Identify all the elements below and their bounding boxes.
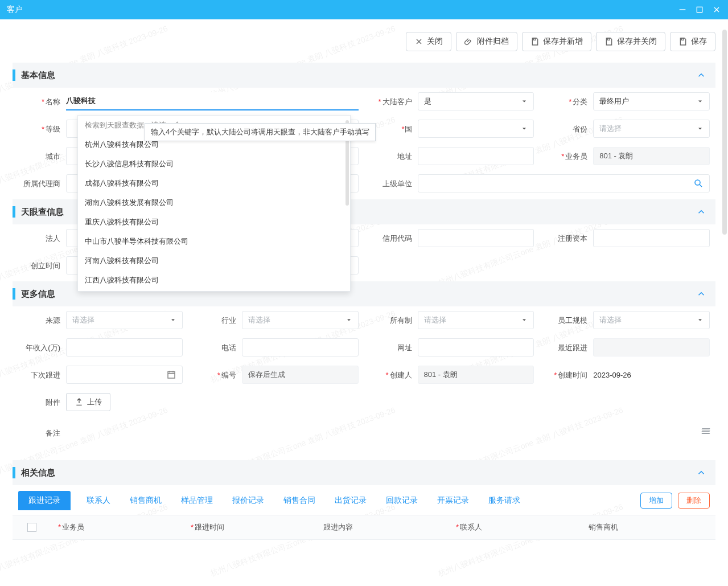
label-sales: 业务员: [540, 142, 593, 170]
th-sales: 业务员: [52, 522, 185, 532]
label-phone: 电话: [188, 334, 242, 361]
nextfollow-input[interactable]: [66, 366, 183, 384]
minimize-icon[interactable]: [678, 5, 687, 14]
chevron-up-icon[interactable]: [696, 70, 706, 80]
tab-opportunity[interactable]: 销售商机: [126, 491, 165, 510]
label-category: 分类: [540, 88, 593, 115]
label-city: 城市: [13, 142, 66, 170]
archive-label: 附件归档: [477, 36, 509, 47]
label-nextfollow: 下次跟进: [13, 361, 66, 388]
label-agent: 所属代理商: [13, 170, 66, 197]
save-new-button[interactable]: 保存并新增: [522, 32, 591, 51]
caret-down-icon: [697, 317, 704, 323]
label-createtime: 创建时间: [540, 361, 593, 388]
label-credit: 信用代码: [364, 224, 418, 252]
caret-down-icon: [697, 125, 704, 132]
section-related-header[interactable]: 相关信息: [13, 460, 715, 485]
label-founded: 创立时间: [13, 252, 66, 279]
maximize-icon[interactable]: [695, 5, 704, 14]
autocomplete-item[interactable]: 长沙八骏信息科技有限公司: [78, 154, 350, 174]
ownership-select[interactable]: 请选择: [418, 311, 534, 329]
phone-input[interactable]: [242, 338, 359, 356]
add-row-button[interactable]: 增加: [640, 493, 672, 509]
income-input[interactable]: [66, 338, 183, 356]
tab-payment[interactable]: 回款记录: [382, 491, 421, 510]
regcap-input[interactable]: [593, 229, 710, 247]
label-website: 网址: [364, 334, 418, 361]
tab-contract[interactable]: 销售合同: [280, 491, 319, 510]
archive-button[interactable]: 附件归档: [456, 32, 517, 51]
source-select[interactable]: 请选择: [66, 311, 183, 329]
calendar-icon: [166, 370, 176, 380]
window-title: 客户: [7, 5, 23, 15]
label-address: 地址: [364, 142, 418, 170]
tab-invoice[interactable]: 开票记录: [434, 491, 472, 510]
industry-select[interactable]: 请选择: [242, 311, 359, 329]
titlebar: 客户: [0, 0, 728, 19]
upload-button[interactable]: 上传: [66, 393, 110, 411]
tab-quote[interactable]: 报价记录: [229, 491, 268, 510]
select-all-checkbox[interactable]: [27, 523, 36, 532]
autocomplete-item[interactable]: 重庆八骏科技有限公司: [78, 212, 350, 232]
resize-handle-icon[interactable]: [698, 427, 710, 439]
autocomplete-item[interactable]: 成都八骏科技有限公司: [78, 174, 350, 193]
name-input[interactable]: 八骏科技: [66, 92, 359, 110]
close-window-icon[interactable]: [712, 5, 721, 14]
tab-sample[interactable]: 样品管理: [178, 491, 216, 510]
upload-label: 上传: [87, 397, 102, 407]
sales-readonly: 801 - 袁朗: [593, 147, 710, 165]
mainland-select[interactable]: 是: [418, 92, 534, 110]
category-select[interactable]: 最终用户: [593, 92, 710, 110]
section-basic-header[interactable]: 基本信息: [13, 63, 715, 88]
mainland-value: 是: [424, 96, 431, 106]
chevron-up-icon[interactable]: [696, 289, 706, 299]
autocomplete-item[interactable]: 中山市八骏半导体科技有限公司: [78, 232, 350, 251]
address-input[interactable]: [418, 147, 534, 165]
label-mainland: 大陆客户: [364, 88, 418, 115]
section-bar: [13, 288, 15, 300]
province-select[interactable]: 请选择: [593, 120, 710, 138]
createtime-input[interactable]: 2023-09-26: [593, 366, 710, 384]
caret-down-icon: [521, 125, 528, 132]
scale-select[interactable]: 请选择: [593, 311, 710, 329]
country-select[interactable]: [418, 120, 534, 138]
chevron-up-icon[interactable]: [696, 207, 706, 217]
delete-row-button[interactable]: 删除: [678, 493, 710, 509]
save-icon: [604, 37, 614, 46]
label-regcap: 注册资本: [540, 224, 593, 252]
tab-contact[interactable]: 联系人: [83, 491, 114, 510]
chevron-up-icon[interactable]: [696, 468, 706, 478]
svg-rect-0: [680, 9, 686, 10]
label-ownership: 所有制: [364, 306, 418, 334]
parent-lookup[interactable]: [418, 174, 710, 192]
th-opp: 销售商机: [583, 522, 715, 532]
number-readonly: 保存后生成: [242, 366, 359, 384]
label-industry: 行业: [188, 306, 242, 334]
label-scale: 员工规模: [540, 306, 593, 334]
close-button[interactable]: 关闭: [406, 32, 451, 51]
svg-rect-2: [533, 38, 536, 40]
tab-followup[interactable]: 跟进记录: [18, 491, 71, 510]
autocomplete-dropdown: 检索到天眼查数据，请选一个 杭州八骏科技有限公司 长沙八骏信息科技有限公司 成都…: [77, 115, 351, 292]
svg-rect-4: [681, 38, 684, 40]
website-input[interactable]: [418, 338, 534, 356]
th-content: 跟进内容: [318, 522, 450, 532]
th-time: 跟进时间: [185, 522, 318, 532]
save-button[interactable]: 保存: [670, 32, 715, 51]
label-remark: 备注: [13, 419, 66, 446]
tab-service[interactable]: 服务请求: [485, 491, 524, 510]
label-level: 等级: [13, 115, 66, 142]
close-icon: [414, 37, 423, 46]
search-icon[interactable]: [693, 178, 704, 188]
autocomplete-item[interactable]: 河南八骏科技有限公司: [78, 251, 350, 271]
autocomplete-item[interactable]: 江西八骏科技有限公司: [78, 271, 350, 290]
credit-input[interactable]: [418, 229, 534, 247]
save-close-button[interactable]: 保存并关闭: [596, 32, 665, 51]
autocomplete-item[interactable]: 北京八骏科技有限公司: [78, 290, 350, 292]
province-placeholder: 请选择: [599, 124, 622, 134]
save-icon: [678, 37, 688, 46]
tab-shipment[interactable]: 出货记录: [331, 491, 370, 510]
label-parent: 上级单位: [364, 170, 418, 197]
label-lastfollow: 最近跟进: [540, 334, 593, 361]
autocomplete-item[interactable]: 湖南八骏科技发展有限公司: [78, 193, 350, 212]
